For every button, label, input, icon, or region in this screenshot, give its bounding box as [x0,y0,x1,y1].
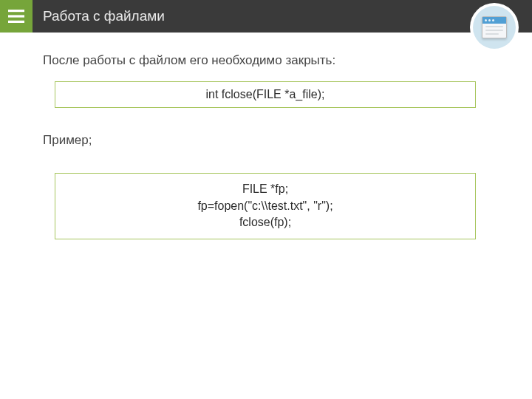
app-window-icon [482,16,507,38]
svg-rect-0 [8,10,24,12]
example-label: Пример; [43,133,489,148]
example-line-2: fp=fopen("c:\\test.txt", "r"); [63,198,468,214]
content-area: После работы с файлом его необходимо зак… [0,33,532,239]
svg-rect-2 [8,21,24,23]
example-codebox: FILE *fp; fp=fopen("c:\\test.txt", "r");… [55,173,476,239]
signature-line: int fclose(FILE *a_file); [63,86,468,103]
example-line-1: FILE *fp; [63,181,468,197]
intro-text: После работы с файлом его необходимо зак… [43,53,489,68]
page-title: Работа с файлами [33,8,165,24]
example-line-3: fclose(fp); [63,214,468,231]
svg-rect-1 [8,15,24,17]
signature-codebox: int fclose(FILE *a_file); [55,81,476,108]
app-window-badge [473,6,516,49]
header-bar: Работа с файлами [0,0,532,33]
menu-button[interactable] [0,0,33,33]
hamburger-icon [8,10,24,23]
